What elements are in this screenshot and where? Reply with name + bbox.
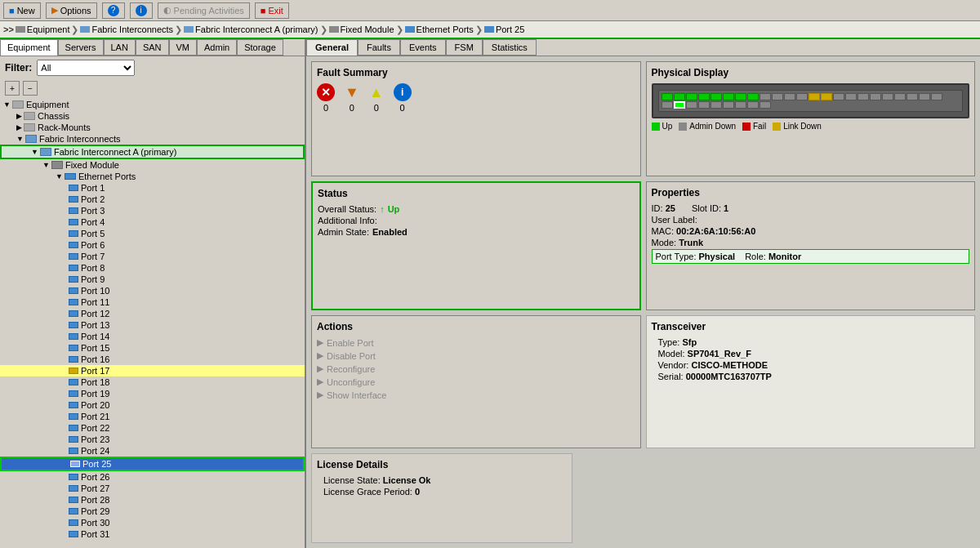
tree-item-port29[interactable]: Port 29 bbox=[0, 506, 305, 517]
tab-statistics[interactable]: Statistics bbox=[483, 39, 537, 56]
license-title: License Details bbox=[317, 459, 567, 470]
tree-item-port4[interactable]: Port 4 bbox=[0, 216, 305, 228]
toggle-rack[interactable]: ▶ bbox=[16, 123, 22, 131]
port18-icon bbox=[69, 379, 78, 385]
tree-item-port13[interactable]: Port 13 bbox=[0, 319, 305, 331]
tree-item-port1[interactable]: Port 1 bbox=[0, 182, 305, 194]
help-button[interactable]: ? bbox=[102, 2, 125, 19]
toggle-eth-ports[interactable]: ▼ bbox=[56, 172, 63, 180]
tree-item-port5[interactable]: Port 5 bbox=[0, 228, 305, 239]
tree-item-port8[interactable]: Port 8 bbox=[0, 262, 305, 274]
tree-item-port30[interactable]: Port 30 bbox=[0, 517, 305, 528]
tree-item-port6[interactable]: Port 6 bbox=[0, 239, 305, 251]
toggle-fi[interactable]: ▼ bbox=[16, 135, 24, 143]
tree-item-port23[interactable]: Port 23 bbox=[0, 434, 305, 445]
tree: ▼ Equipment ▶ Chassis ▶ Rack-Mounts ▼ Fa… bbox=[0, 97, 305, 548]
port1-icon bbox=[69, 185, 78, 191]
toggle-fi-primary[interactable]: ▼ bbox=[31, 148, 38, 156]
tree-item-chassis[interactable]: ▶ Chassis bbox=[0, 110, 305, 122]
exit-button[interactable]: ■ Exit bbox=[255, 2, 289, 19]
tree-item-port10[interactable]: Port 10 bbox=[0, 285, 305, 296]
port5-icon bbox=[69, 230, 78, 237]
expand-all-button[interactable]: + bbox=[5, 81, 20, 96]
tree-item-fi-primary[interactable]: ▼ Fabric Interconnect A (primary) bbox=[0, 145, 305, 159]
tab-servers[interactable]: Servers bbox=[58, 39, 104, 56]
tree-item-port15[interactable]: Port 15 bbox=[0, 342, 305, 354]
tree-item-port16[interactable]: Port 16 bbox=[0, 354, 305, 365]
tab-san[interactable]: SAN bbox=[136, 39, 169, 56]
tree-item-equipment[interactable]: ▼ Equipment bbox=[0, 99, 305, 110]
tree-item-port3[interactable]: Port 3 bbox=[0, 205, 305, 216]
tree-item-port17[interactable]: Port 17 bbox=[0, 365, 305, 376]
trans-serial-label: Serial: bbox=[658, 372, 686, 381]
hw-port-29 bbox=[723, 101, 734, 109]
tab-equipment[interactable]: Equipment bbox=[0, 39, 58, 56]
tab-general[interactable]: General bbox=[306, 39, 358, 56]
tab-faults[interactable]: Faults bbox=[358, 39, 400, 56]
tree-label-port25: Port 25 bbox=[82, 459, 111, 469]
tab-fsm[interactable]: FSM bbox=[446, 39, 483, 56]
tree-item-fabric-interconnects[interactable]: ▼ Fabric Interconnects bbox=[0, 133, 305, 145]
toggle-fixed-module[interactable]: ▼ bbox=[42, 161, 50, 169]
tree-item-port27[interactable]: Port 27 bbox=[0, 483, 305, 494]
disable-port-btn[interactable]: ▶ Disable Port bbox=[317, 350, 635, 361]
legend-up-icon bbox=[652, 123, 660, 131]
port9-icon bbox=[69, 276, 78, 283]
tree-item-port22[interactable]: Port 22 bbox=[0, 422, 305, 434]
trans-model-label: Model: bbox=[658, 349, 688, 359]
tree-item-rack[interactable]: ▶ Rack-Mounts bbox=[0, 122, 305, 133]
tree-label-port21: Port 21 bbox=[81, 412, 109, 421]
tree-item-port2[interactable]: Port 2 bbox=[0, 194, 305, 205]
hw-port-6 bbox=[723, 93, 734, 100]
toggle-equipment[interactable]: ▼ bbox=[3, 100, 11, 109]
unconfigure-btn[interactable]: ▶ Unconfigure bbox=[317, 376, 635, 387]
tree-item-port20[interactable]: Port 20 bbox=[0, 399, 305, 411]
bc-fabric-interconnects[interactable]: Fabric Interconnects bbox=[80, 25, 173, 34]
tree-item-fixed-module[interactable]: ▼ Fixed Module bbox=[0, 159, 305, 171]
tree-item-port7[interactable]: Port 7 bbox=[0, 251, 305, 262]
tab-admin[interactable]: Admin bbox=[197, 39, 237, 56]
tree-item-port12[interactable]: Port 12 bbox=[0, 308, 305, 319]
bc-fixed-module[interactable]: Fixed Module bbox=[329, 25, 394, 34]
properties-title: Properties bbox=[652, 187, 970, 198]
show-interface-btn[interactable]: ▶ Show Interface bbox=[317, 390, 635, 400]
legend-up: Up bbox=[652, 122, 673, 131]
tree-item-port28[interactable]: Port 28 bbox=[0, 494, 305, 506]
fault-info: i 0 bbox=[394, 83, 412, 113]
tree-item-port21[interactable]: Port 21 bbox=[0, 411, 305, 422]
tree-item-port31[interactable]: Port 31 bbox=[0, 528, 305, 540]
tree-item-port24[interactable]: Port 24 bbox=[0, 445, 305, 457]
pending-activities-button[interactable]: ◐ Pending Activities bbox=[158, 2, 250, 19]
tab-lan[interactable]: LAN bbox=[104, 39, 136, 56]
toggle-chassis[interactable]: ▶ bbox=[16, 112, 22, 120]
tree-item-port25[interactable]: Port 25 bbox=[0, 457, 305, 471]
bc-fi-primary[interactable]: Fabric Interconnect A (primary) bbox=[184, 25, 318, 34]
tree-label-port31: Port 31 bbox=[81, 529, 109, 539]
bc-ethernet-ports[interactable]: Ethernet Ports bbox=[405, 25, 474, 34]
warning-icon: ▼ bbox=[345, 84, 359, 101]
port6-icon bbox=[69, 242, 78, 248]
bc-port25[interactable]: Port 25 bbox=[484, 25, 524, 34]
info-button[interactable]: i bbox=[130, 2, 153, 19]
tree-item-port9[interactable]: Port 9 bbox=[0, 274, 305, 285]
reconfigure-btn[interactable]: ▶ Reconfigure bbox=[317, 363, 635, 374]
tree-item-port14[interactable]: Port 14 bbox=[0, 331, 305, 342]
filter-select[interactable]: All bbox=[37, 60, 135, 76]
new-button[interactable]: ■ New bbox=[3, 2, 41, 19]
bc-equipment[interactable]: Equipment bbox=[16, 25, 70, 34]
tree-item-port11[interactable]: Port 11 bbox=[0, 296, 305, 308]
enable-port-btn[interactable]: ▶ Enable Port bbox=[317, 337, 635, 348]
tree-item-port19[interactable]: Port 19 bbox=[0, 388, 305, 399]
id-label: ID: 25 bbox=[652, 203, 675, 213]
tree-item-port26[interactable]: Port 26 bbox=[0, 471, 305, 483]
tree-item-eth-ports[interactable]: ▼ Ethernet Ports bbox=[0, 171, 305, 182]
tab-events[interactable]: Events bbox=[400, 39, 446, 56]
tree-item-port18[interactable]: Port 18 bbox=[0, 376, 305, 388]
collapse-all-button[interactable]: − bbox=[23, 81, 38, 96]
hw-port-18 bbox=[870, 93, 881, 100]
tab-vm[interactable]: VM bbox=[169, 39, 198, 56]
port31-icon bbox=[69, 531, 78, 537]
tab-storage[interactable]: Storage bbox=[237, 39, 283, 56]
options-button[interactable]: ▶ Options bbox=[46, 2, 97, 19]
port12-icon bbox=[69, 310, 78, 317]
